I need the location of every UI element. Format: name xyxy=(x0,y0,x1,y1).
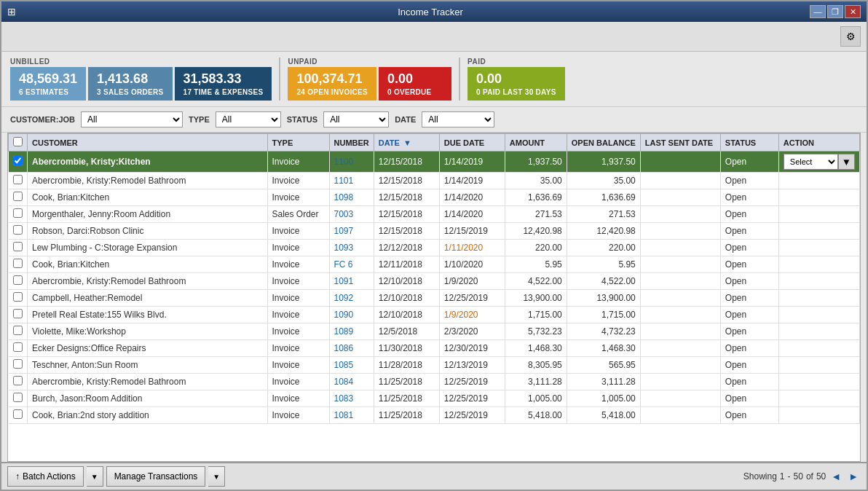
row-open-balance: 1,636.69 xyxy=(567,189,640,206)
row-checkbox-cell[interactable] xyxy=(9,240,28,256)
row-checkbox[interactable] xyxy=(13,326,23,335)
row-checkbox[interactable] xyxy=(13,242,23,251)
row-checkbox[interactable] xyxy=(13,309,23,318)
row-action-cell[interactable] xyxy=(778,256,859,273)
row-checkbox[interactable] xyxy=(13,225,23,235)
row-action-cell[interactable] xyxy=(778,206,859,223)
row-checkbox-cell[interactable] xyxy=(9,323,28,340)
row-checkbox-cell[interactable] xyxy=(9,223,28,240)
batch-actions-button[interactable]: ↑ Batch Actions xyxy=(7,466,84,487)
row-open-balance: 13,900.00 xyxy=(567,290,640,307)
manage-transactions-dropdown-button[interactable]: ▼ xyxy=(208,466,225,487)
row-checkbox-cell[interactable] xyxy=(9,390,28,407)
status-select[interactable]: All xyxy=(323,111,389,127)
open-invoices-sub: 24 OPEN INVOICES xyxy=(296,88,368,96)
header-last-sent[interactable]: LAST SENT DATE xyxy=(640,134,720,152)
row-action-cell[interactable] xyxy=(778,390,859,407)
row-status: Open xyxy=(720,290,778,307)
row-checkbox-cell[interactable] xyxy=(9,374,28,390)
row-checkbox[interactable] xyxy=(13,359,23,369)
row-checkbox[interactable] xyxy=(13,393,23,402)
row-checkbox-cell[interactable] xyxy=(9,152,28,173)
row-action-cell[interactable] xyxy=(778,240,859,256)
row-action-cell[interactable] xyxy=(778,374,859,390)
batch-actions-dropdown-button[interactable]: ▼ xyxy=(87,466,103,487)
row-action-cell[interactable] xyxy=(778,173,859,189)
unpaid-label: UNPAID xyxy=(288,58,451,66)
customer-job-select[interactable]: All xyxy=(81,111,183,127)
row-date: 11/25/2018 xyxy=(374,374,439,390)
estimates-card[interactable]: 48,569.31 6 ESTIMATES xyxy=(10,67,86,101)
row-date: 12/10/2018 xyxy=(374,307,439,323)
sales-orders-amount: 1,413.68 xyxy=(97,71,163,87)
row-action-cell[interactable] xyxy=(778,357,859,374)
minimize-button[interactable]: — xyxy=(810,5,826,18)
header-status[interactable]: STATUS xyxy=(720,134,778,152)
row-open-balance: 271.53 xyxy=(567,206,640,223)
settings-button[interactable]: ⚙ xyxy=(840,26,861,47)
sales-orders-card[interactable]: 1,413.68 3 SALES ORDERS xyxy=(88,67,172,101)
row-checkbox-cell[interactable] xyxy=(9,290,28,307)
row-date: 12/10/2018 xyxy=(374,273,439,290)
row-type: Invoice xyxy=(267,152,329,173)
row-checkbox-cell[interactable] xyxy=(9,340,28,357)
row-action-cell[interactable] xyxy=(778,323,859,340)
row-action-cell[interactable]: SelectReceive PaymentSend ReminderPrintE… xyxy=(778,152,859,173)
header-type[interactable]: TYPE xyxy=(267,134,329,152)
row-checkbox-cell[interactable] xyxy=(9,206,28,223)
row-checkbox-cell[interactable] xyxy=(9,407,28,424)
prev-page-button[interactable]: ◄ xyxy=(829,471,843,482)
close-button[interactable]: ✕ xyxy=(845,5,861,18)
type-select[interactable]: All xyxy=(216,111,281,127)
row-action-cell[interactable] xyxy=(778,223,859,240)
table-scroll[interactable]: CUSTOMER TYPE NUMBER DATE ▼ DUE DATE AMO… xyxy=(8,133,860,461)
row-checkbox[interactable] xyxy=(13,156,23,165)
manage-transactions-button[interactable]: Manage Transactions xyxy=(106,466,206,487)
row-checkbox-cell[interactable] xyxy=(9,357,28,374)
action-select[interactable]: SelectReceive PaymentSend ReminderPrintE… xyxy=(784,154,838,170)
row-type: Invoice xyxy=(267,340,329,357)
row-open-balance: 1,937.50 xyxy=(567,152,640,173)
row-checkbox[interactable] xyxy=(13,208,23,218)
row-action-cell[interactable] xyxy=(778,407,859,424)
row-checkbox[interactable] xyxy=(13,409,23,419)
select-all-checkbox[interactable] xyxy=(13,137,23,146)
row-checkbox[interactable] xyxy=(13,275,23,285)
row-checkbox[interactable] xyxy=(13,175,23,184)
row-action-cell[interactable] xyxy=(778,189,859,206)
date-select[interactable]: All xyxy=(422,111,494,127)
header-due-date[interactable]: DUE DATE xyxy=(439,134,505,152)
next-page-button[interactable]: ► xyxy=(846,471,861,482)
row-action-cell[interactable] xyxy=(778,340,859,357)
row-checkbox-cell[interactable] xyxy=(9,256,28,273)
time-expenses-card[interactable]: 31,583.33 17 TIME & EXPENSES xyxy=(175,67,272,101)
row-checkbox[interactable] xyxy=(13,342,23,352)
paid-card[interactable]: 0.00 0 PAID LAST 30 DAYS xyxy=(467,67,565,101)
row-checkbox[interactable] xyxy=(13,376,23,385)
header-check[interactable] xyxy=(9,134,28,152)
row-checkbox[interactable] xyxy=(13,259,23,268)
header-number[interactable]: NUMBER xyxy=(329,134,374,152)
open-invoices-card[interactable]: 100,374.71 24 OPEN INVOICES xyxy=(288,67,376,101)
action-dropdown-arrow[interactable]: ▼ xyxy=(838,154,855,170)
row-checkbox-cell[interactable] xyxy=(9,307,28,323)
row-action-cell[interactable] xyxy=(778,307,859,323)
row-action-cell[interactable] xyxy=(778,290,859,307)
row-amount: 5,418.00 xyxy=(505,407,567,424)
row-checkbox[interactable] xyxy=(13,192,23,201)
row-status: Open xyxy=(720,340,778,357)
overdue-card[interactable]: 0.00 0 OVERDUE xyxy=(379,67,451,101)
header-amount[interactable]: AMOUNT xyxy=(505,134,567,152)
header-open-balance[interactable]: OPEN BALANCE xyxy=(567,134,640,152)
header-action[interactable]: ACTION xyxy=(778,134,859,152)
header-date[interactable]: DATE ▼ xyxy=(374,134,439,152)
row-number: 1097 xyxy=(329,223,374,240)
status-label: STATUS xyxy=(287,115,317,124)
row-checkbox-cell[interactable] xyxy=(9,173,28,189)
restore-button[interactable]: ❐ xyxy=(827,5,843,18)
row-checkbox-cell[interactable] xyxy=(9,273,28,290)
row-checkbox-cell[interactable] xyxy=(9,189,28,206)
row-action-cell[interactable] xyxy=(778,273,859,290)
header-customer[interactable]: CUSTOMER xyxy=(28,134,268,152)
row-checkbox[interactable] xyxy=(13,292,23,302)
